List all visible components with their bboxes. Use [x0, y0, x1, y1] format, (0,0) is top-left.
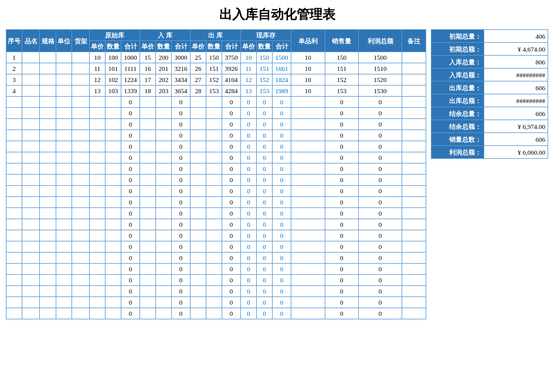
table-cell-empty — [90, 308, 106, 319]
table-cell-empty — [191, 197, 206, 208]
table-cell-empty: 0 — [241, 253, 257, 264]
table-cell-empty — [72, 241, 90, 253]
th-profit: 利润总额 — [359, 30, 402, 52]
table-cell-empty: 0 — [325, 208, 359, 219]
table-cell: 18 — [140, 86, 156, 97]
table-cell-empty — [106, 253, 121, 264]
table-cell-empty — [140, 141, 156, 152]
table-cell-empty — [56, 208, 72, 219]
table-cell-empty — [156, 186, 172, 197]
table-cell-empty: 0 — [273, 97, 291, 108]
sidebar-row: 利润总额：¥ 6,060.00 — [431, 146, 548, 159]
table-cell-empty: 0 — [325, 241, 359, 253]
table-cell-empty — [140, 152, 156, 163]
table-cell-empty — [206, 163, 222, 175]
table-cell: 10 — [291, 52, 325, 63]
table-cell-empty — [22, 208, 40, 219]
table-cell-empty: 0 — [257, 141, 273, 152]
table-cell-empty: 0 — [241, 97, 257, 108]
table-row-empty: 00000000 — [6, 152, 426, 163]
table-cell-empty — [402, 308, 426, 319]
table-row-empty: 00000000 — [6, 119, 426, 130]
table-cell-empty — [140, 108, 156, 119]
table-row-empty: 00000000 — [6, 163, 426, 175]
table-cell-empty: 0 — [222, 286, 241, 297]
table-cell-empty — [402, 208, 426, 219]
table-cell-empty: 0 — [222, 275, 241, 286]
table-cell-empty: 0 — [222, 308, 241, 319]
th-in-qty: 数量 — [156, 41, 172, 52]
table-cell-empty — [90, 264, 106, 275]
table-cell-empty: 0 — [257, 264, 273, 275]
table-cell — [402, 74, 426, 86]
table-cell-empty — [291, 108, 325, 119]
table-cell-empty — [22, 286, 40, 297]
table-cell-empty: 0 — [121, 230, 140, 241]
table-cell-empty — [56, 253, 72, 264]
table-cell-empty: 0 — [222, 119, 241, 130]
table-row-empty: 00000000 — [6, 186, 426, 197]
table-row-empty: 00000000 — [6, 308, 426, 319]
table-cell-empty — [291, 141, 325, 152]
table-cell-empty — [156, 208, 172, 219]
table-cell-empty: 0 — [273, 275, 291, 286]
table-cell-empty — [6, 219, 22, 230]
sidebar-row: 结余总量：606 — [431, 107, 548, 120]
table-cell-empty: 0 — [325, 97, 359, 108]
table-cell-empty — [291, 130, 325, 141]
sidebar-label: 出库总额： — [431, 94, 484, 107]
table-cell-empty — [56, 308, 72, 319]
table-cell: 150 — [206, 52, 222, 63]
table-cell: 103 — [106, 86, 121, 97]
table-cell-empty — [156, 264, 172, 275]
table-cell-empty: 0 — [325, 130, 359, 141]
table-cell-empty — [106, 186, 121, 197]
table-cell-empty: 0 — [121, 97, 140, 108]
table-cell-empty — [106, 119, 121, 130]
table-cell-empty — [6, 241, 22, 253]
inventory-table: 序号 品名 规格 单位 货架 原始库 入 库 出 库 现库存 单品利 销售量 利… — [6, 29, 426, 319]
table-cell-empty — [206, 108, 222, 119]
sidebar-value: 606 — [484, 107, 548, 120]
table-cell-empty: 0 — [359, 119, 402, 130]
table-cell-empty: 0 — [257, 253, 273, 264]
table-cell: 17 — [140, 74, 156, 86]
table-cell-empty — [156, 297, 172, 308]
table-cell: 4284 — [222, 86, 241, 97]
table-cell-empty — [402, 163, 426, 175]
table-cell-empty — [72, 108, 90, 119]
th-remark: 备注 — [402, 30, 426, 52]
table-cell-empty — [291, 308, 325, 319]
table-row-empty: 00000000 — [6, 175, 426, 186]
table-cell-empty: 0 — [273, 208, 291, 219]
table-cell: 15 — [140, 52, 156, 63]
table-cell-empty: 0 — [273, 241, 291, 253]
table-cell-empty — [291, 175, 325, 186]
table-cell-empty — [402, 97, 426, 108]
table-cell-empty: 0 — [172, 208, 191, 219]
table-cell-empty — [191, 175, 206, 186]
sidebar-value: 806 — [484, 56, 548, 69]
table-cell: 1530 — [359, 86, 402, 97]
table-cell-empty — [40, 219, 56, 230]
table-cell-empty: 0 — [359, 275, 402, 286]
table-cell-empty — [22, 241, 40, 253]
table-row-empty: 00000000 — [6, 253, 426, 264]
table-cell-empty — [191, 241, 206, 253]
table-cell-empty: 0 — [273, 219, 291, 230]
table-cell: 2 — [6, 63, 22, 74]
table-cell: 10 — [291, 86, 325, 97]
table-cell-empty — [402, 253, 426, 264]
table-cell-empty: 0 — [121, 186, 140, 197]
table-cell-empty — [140, 197, 156, 208]
table-cell-empty: 0 — [273, 152, 291, 163]
table-cell-empty — [72, 152, 90, 163]
table-cell: 1661 — [273, 63, 291, 74]
table-cell-empty — [156, 197, 172, 208]
table-cell-empty — [191, 130, 206, 141]
th-sales: 销售量 — [325, 30, 359, 52]
table-cell: 12 — [90, 74, 106, 86]
table-cell-empty: 0 — [359, 308, 402, 319]
table-cell — [40, 63, 56, 74]
table-cell-empty: 0 — [359, 152, 402, 163]
